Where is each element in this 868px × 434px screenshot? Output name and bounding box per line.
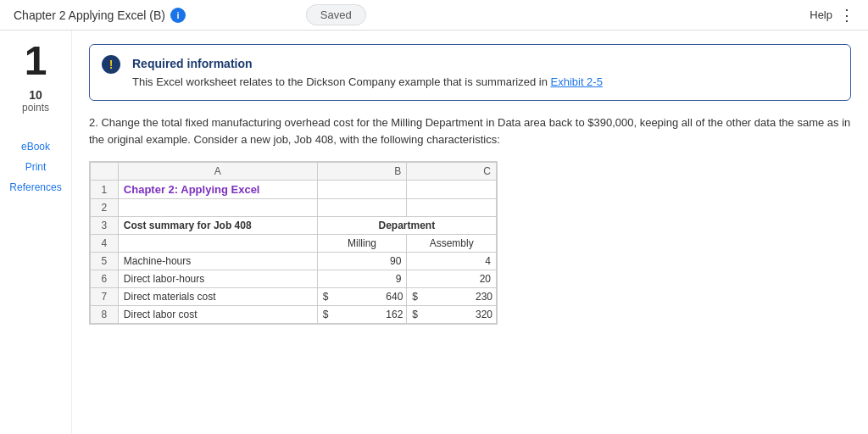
- table-row: 6 Direct labor-hours 9 20: [91, 270, 497, 288]
- table-row: 3 Cost summary for Job 408 Department: [91, 217, 497, 235]
- cell-2c[interactable]: [407, 199, 497, 217]
- row-num-6: 6: [91, 270, 119, 288]
- row-num-7: 7: [91, 288, 119, 306]
- saved-status: Saved: [306, 8, 366, 21]
- question-text: 2. Change the total fixed manufacturing …: [89, 114, 851, 147]
- spreadsheet: A B C 1 Chapter 2: Applying Excel: [89, 161, 498, 325]
- help-button[interactable]: Help: [810, 8, 832, 21]
- cell-1c[interactable]: [407, 181, 497, 199]
- table-row: 4 Milling Assembly: [91, 235, 497, 253]
- table-row: 5 Machine-hours 90 4: [91, 253, 497, 270]
- cell-4a[interactable]: [118, 235, 317, 253]
- row-num-2: 2: [91, 199, 119, 217]
- exhibit-link[interactable]: Exhibit 2-5: [550, 75, 602, 88]
- cell-7c[interactable]: $ 230: [407, 288, 497, 306]
- required-info-body: This Excel worksheet relates to the Dick…: [132, 75, 550, 88]
- cell-6a[interactable]: Direct labor-hours: [118, 270, 317, 288]
- cell-7b-dollar: $: [323, 291, 329, 303]
- cell-8c-value: 320: [476, 309, 492, 320]
- required-info-title: Required information: [132, 57, 837, 70]
- cell-1a[interactable]: Chapter 2: Applying Excel: [118, 181, 317, 199]
- row-num-8: 8: [91, 306, 119, 324]
- row-num-3: 3: [91, 217, 119, 235]
- col-header-b: B: [317, 163, 407, 181]
- cell-7a[interactable]: Direct materials cost: [118, 288, 317, 306]
- sidebar-nav: eBook Print References: [9, 139, 61, 195]
- cell-7c-value: 230: [476, 291, 492, 303]
- page-title: Chapter 2 Applying Excel (B): [14, 8, 165, 22]
- cell-8b-value: 162: [386, 309, 403, 320]
- cell-1b[interactable]: [317, 181, 407, 199]
- points-container: 10 points: [22, 88, 49, 114]
- row-num-1: 1: [91, 181, 119, 199]
- table-row: 8 Direct labor cost $ 162 $ 320: [91, 306, 497, 324]
- cell-4c-assembly[interactable]: Assembly: [407, 235, 497, 253]
- sidebar: 1 10 points eBook Print References: [0, 31, 72, 434]
- exclamation-icon: !: [102, 55, 120, 74]
- points-value: 10: [22, 88, 49, 102]
- cell-6b[interactable]: 9: [317, 270, 407, 288]
- cell-8b[interactable]: $ 162: [317, 306, 407, 324]
- cell-8c[interactable]: $ 320: [407, 306, 497, 324]
- sidebar-item-ebook[interactable]: eBook: [21, 139, 50, 154]
- cell-4b-milling[interactable]: Milling: [317, 235, 407, 253]
- sidebar-item-print[interactable]: Print: [25, 159, 47, 175]
- cell-7b[interactable]: $ 640: [317, 288, 407, 306]
- table-row: 7 Direct materials cost $ 640 $ 230: [91, 288, 497, 306]
- sidebar-item-references[interactable]: References: [9, 180, 61, 195]
- points-label: points: [22, 102, 49, 114]
- cell-3b-department[interactable]: Department: [317, 217, 496, 235]
- row-num-5: 5: [91, 253, 119, 270]
- cell-2a[interactable]: [118, 199, 317, 217]
- content-area: ! Required information This Excel worksh…: [72, 31, 868, 434]
- row-num-4: 4: [91, 235, 119, 253]
- cell-3a[interactable]: Cost summary for Job 408: [118, 217, 317, 235]
- cell-2b[interactable]: [317, 199, 407, 217]
- table-row: 2: [91, 199, 497, 217]
- saved-badge: Saved: [306, 4, 366, 25]
- col-header-empty: [91, 163, 119, 181]
- header: Chapter 2 Applying Excel (B) i Saved Hel…: [0, 0, 868, 31]
- required-info-text: This Excel worksheet relates to the Dick…: [132, 75, 837, 88]
- main-layout: 1 10 points eBook Print References ! Req…: [0, 31, 868, 434]
- cell-5b[interactable]: 90: [317, 253, 407, 270]
- cell-8c-dollar: $: [412, 309, 418, 320]
- more-menu-button[interactable]: ⋮: [839, 6, 854, 25]
- question-number: 1: [25, 41, 47, 81]
- cell-5c[interactable]: 4: [407, 253, 497, 270]
- cell-7c-dollar: $: [412, 291, 418, 303]
- cell-8a[interactable]: Direct labor cost: [118, 306, 317, 324]
- spreadsheet-table: A B C 1 Chapter 2: Applying Excel: [90, 162, 497, 324]
- table-row: 1 Chapter 2: Applying Excel: [91, 181, 497, 199]
- cell-5a[interactable]: Machine-hours: [118, 253, 317, 270]
- cell-6c[interactable]: 20: [407, 270, 497, 288]
- cell-8b-dollar: $: [323, 309, 329, 320]
- required-info-box: ! Required information This Excel worksh…: [89, 44, 851, 101]
- cell-7b-value: 640: [386, 291, 403, 303]
- col-header-a: A: [118, 163, 317, 181]
- info-icon[interactable]: i: [170, 8, 186, 23]
- col-header-c: C: [407, 163, 497, 181]
